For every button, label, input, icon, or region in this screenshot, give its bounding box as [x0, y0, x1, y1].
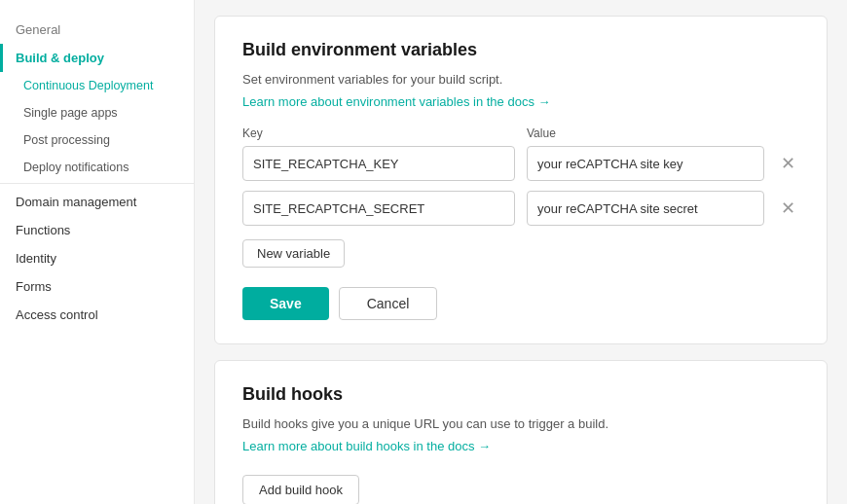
key-column-label: Key — [242, 126, 515, 140]
sidebar-item-access-control[interactable]: Access control — [0, 301, 194, 329]
value-input-2[interactable] — [527, 191, 764, 226]
build-hooks-card: Build hooks Build hooks give you a uniqu… — [214, 360, 828, 504]
value-input-1[interactable] — [527, 146, 764, 181]
sidebar-item-single-page-apps[interactable]: Single page apps — [0, 99, 194, 126]
variable-row-1: ✕ — [242, 146, 799, 181]
form-actions: Save Cancel — [242, 287, 799, 320]
cancel-button[interactable]: Cancel — [339, 287, 438, 320]
env-vars-description: Set environment variables for your build… — [242, 72, 799, 87]
sidebar-item-deploy-notifications[interactable]: Deploy notifications — [0, 154, 194, 181]
sidebar-item-general[interactable]: General — [0, 16, 194, 44]
variable-row-2: ✕ — [242, 191, 799, 226]
sidebar-item-continuous-deployment[interactable]: Continuous Deployment — [0, 72, 194, 99]
remove-variable-2-button[interactable]: ✕ — [776, 197, 799, 220]
form-headers: Key Value — [242, 126, 799, 140]
sidebar-item-functions[interactable]: Functions — [0, 216, 194, 244]
env-vars-docs-link[interactable]: Learn more about environment variables i… — [242, 94, 551, 109]
sidebar-item-identity[interactable]: Identity — [0, 244, 194, 272]
build-hooks-docs-link[interactable]: Learn more about build hooks in the docs… — [242, 439, 491, 453]
build-hooks-title: Build hooks — [242, 384, 799, 405]
remove-variable-1-button[interactable]: ✕ — [776, 152, 799, 175]
sidebar-item-forms[interactable]: Forms — [0, 272, 194, 301]
add-build-hook-button[interactable]: Add build hook — [242, 475, 359, 504]
sidebar: General Build & deploy Continuous Deploy… — [0, 0, 195, 504]
build-hooks-description: Build hooks give you a unique URL you ca… — [242, 416, 799, 431]
env-vars-card: Build environment variables Set environm… — [214, 16, 828, 344]
new-variable-button[interactable]: New variable — [242, 239, 345, 268]
key-input-2[interactable] — [242, 191, 515, 226]
sidebar-item-domain-management[interactable]: Domain management — [0, 188, 194, 216]
value-column-label: Value — [527, 126, 764, 140]
sidebar-item-post-processing[interactable]: Post processing — [0, 126, 194, 154]
sidebar-item-build-deploy[interactable]: Build & deploy — [0, 44, 194, 72]
main-content: Build environment variables Set environm… — [195, 0, 847, 504]
key-input-1[interactable] — [242, 146, 515, 181]
save-button[interactable]: Save — [242, 287, 329, 320]
env-vars-title: Build environment variables — [242, 40, 799, 60]
